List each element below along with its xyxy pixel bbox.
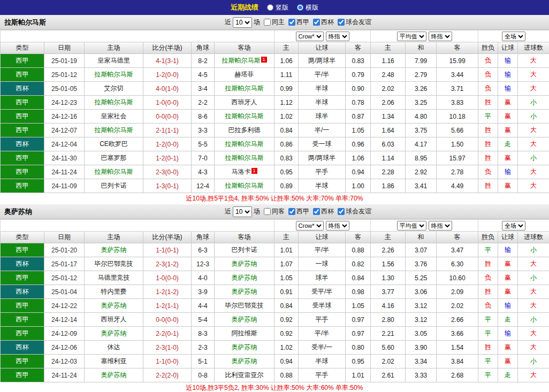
filter-checkbox-西杯[interactable]: 西杯 bbox=[311, 18, 334, 27]
ah-line: 受一球 bbox=[299, 137, 346, 151]
home-team[interactable]: 皇家社会 bbox=[85, 110, 143, 124]
away-team[interactable]: 拉斯帕尔马斯 bbox=[215, 137, 274, 151]
match-row: 西甲24-12-16皇家社会0-0(0-0)8-6拉斯帕尔马斯1.02球半0.8… bbox=[1, 110, 549, 124]
league-badge: 西甲 bbox=[1, 124, 44, 137]
vertical-radio[interactable] bbox=[267, 4, 273, 11]
column-header: 让球 bbox=[498, 42, 518, 54]
league-badge: 西杯 bbox=[1, 257, 44, 271]
away-team[interactable]: 阿拉维斯 bbox=[215, 327, 274, 341]
home-team[interactable]: 休达 bbox=[85, 341, 143, 355]
match-date: 24-12-22 bbox=[44, 299, 85, 313]
away-team[interactable]: 巴列卡诺 bbox=[215, 243, 274, 257]
home-team[interactable]: CE欧罗巴 bbox=[85, 137, 143, 151]
match-count-select[interactable]: 10 bbox=[233, 17, 252, 28]
away-team[interactable]: 奥萨苏纳 bbox=[215, 355, 274, 368]
handicap-time-select[interactable]: 终指 bbox=[326, 32, 349, 41]
away-team[interactable]: 马洛卡1 bbox=[215, 165, 274, 179]
result-wdl: 胜 bbox=[478, 341, 498, 355]
eu-draw-odds: 3.26 bbox=[406, 82, 437, 96]
filter-checkbox-同客[interactable]: 同客 bbox=[262, 207, 285, 216]
handicap-time-select[interactable]: 终指 bbox=[326, 221, 349, 230]
away-team[interactable]: 比利亚雷亚尔 bbox=[215, 368, 274, 382]
home-team[interactable]: 特内里费 bbox=[85, 285, 143, 299]
column-header: 和 bbox=[406, 42, 437, 54]
home-team[interactable]: 艾尔切 bbox=[85, 82, 143, 96]
league-badge: 西杯 bbox=[1, 285, 44, 299]
match-count-select[interactable]: 10 bbox=[233, 206, 252, 217]
home-team[interactable]: 马德里竞技 bbox=[85, 271, 143, 285]
league-badge: 西甲 bbox=[1, 299, 44, 313]
company-select[interactable]: Crow* bbox=[296, 32, 324, 41]
ah-line: 平/半 bbox=[299, 327, 346, 341]
europe-time-select[interactable]: 终指 bbox=[429, 32, 452, 41]
column-header: 比分(半场) bbox=[143, 232, 192, 243]
scope-select[interactable]: 全场 bbox=[502, 32, 525, 41]
checkbox[interactable] bbox=[264, 19, 271, 26]
home-team[interactable]: 拉斯帕尔马斯 bbox=[85, 68, 143, 82]
column-header: 进球数 bbox=[518, 42, 549, 54]
away-team[interactable]: 奥萨苏纳 bbox=[215, 285, 274, 299]
home-team[interactable]: 巴列卡诺 bbox=[85, 179, 143, 193]
match-date: 25-01-20 bbox=[44, 243, 85, 257]
home-team[interactable]: 拉斯帕尔马斯 bbox=[85, 165, 143, 179]
away-team[interactable]: 拉斯帕尔马斯 bbox=[215, 82, 274, 96]
home-team[interactable]: 西班牙人 bbox=[85, 313, 143, 327]
away-team[interactable]: 奥萨苏纳 bbox=[215, 341, 274, 355]
europe-time-select[interactable]: 终指 bbox=[429, 221, 452, 230]
ah-line: 两/两球半 bbox=[299, 151, 346, 165]
filter-checkbox-西杯[interactable]: 西杯 bbox=[311, 207, 334, 216]
layout-option-horizontal[interactable]: 横版 bbox=[297, 3, 318, 12]
filter-checkbox-西甲[interactable]: 西甲 bbox=[286, 18, 309, 27]
games-label: 场 bbox=[254, 207, 260, 216]
away-team[interactable]: 拉斯帕尔马斯 bbox=[215, 110, 274, 124]
away-team[interactable]: 奥萨苏纳 bbox=[215, 257, 274, 271]
filter-checkbox-同主[interactable]: 同主 bbox=[262, 18, 285, 27]
away-team[interactable]: 拉斯帕尔马斯 bbox=[215, 179, 274, 193]
home-team[interactable]: 拉斯帕尔马斯 bbox=[85, 124, 143, 137]
company-select[interactable]: Crow* bbox=[296, 221, 324, 230]
checkbox[interactable] bbox=[338, 19, 345, 26]
checkbox[interactable] bbox=[264, 208, 271, 215]
away-team[interactable]: 毕尔巴鄂竞技 bbox=[215, 299, 274, 313]
checkbox[interactable] bbox=[288, 19, 295, 26]
eu-home-odds: 2.28 bbox=[371, 165, 406, 179]
column-header: 角球 bbox=[192, 232, 215, 243]
home-team[interactable]: 奥萨苏纳 bbox=[85, 368, 143, 382]
home-team[interactable]: 奥萨苏纳 bbox=[85, 327, 143, 341]
home-team[interactable]: 奥萨苏纳 bbox=[85, 299, 143, 313]
home-team[interactable]: 塞维利亚 bbox=[85, 355, 143, 368]
home-team[interactable]: 拉斯帕尔马斯 bbox=[85, 96, 143, 110]
ah-home-odds: 1.06 bbox=[274, 54, 299, 68]
filter-checkbox-球会友谊[interactable]: 球会友谊 bbox=[336, 207, 371, 216]
column-header: 主 bbox=[371, 42, 406, 54]
horizontal-radio[interactable] bbox=[297, 4, 303, 11]
europe-avg-select[interactable]: 平均值 bbox=[397, 221, 426, 230]
away-team[interactable]: 奥萨苏纳 bbox=[215, 313, 274, 327]
away-team[interactable]: 拉斯帕尔马斯 bbox=[215, 151, 274, 165]
filter-checkbox-西甲[interactable]: 西甲 bbox=[286, 207, 309, 216]
europe-avg-select[interactable]: 平均值 bbox=[397, 32, 426, 41]
eu-draw-odds: 3.12 bbox=[406, 299, 437, 313]
away-team[interactable]: 西班牙人 bbox=[215, 96, 274, 110]
layout-option-vertical[interactable]: 竖版 bbox=[267, 3, 288, 12]
away-team[interactable]: 巴拉多利德 bbox=[215, 124, 274, 137]
checkbox[interactable] bbox=[313, 208, 320, 215]
corners: 3-9 bbox=[192, 285, 215, 299]
result-goals: 大 bbox=[518, 368, 549, 382]
checkbox[interactable] bbox=[338, 208, 345, 215]
away-team[interactable]: 奥萨苏纳 bbox=[215, 271, 274, 285]
ah-away-odds: 0.96 bbox=[346, 137, 371, 151]
away-team[interactable]: 拉斯帕尔马斯1 bbox=[215, 54, 274, 68]
result-handicap: 输 bbox=[498, 327, 518, 341]
checkbox[interactable] bbox=[288, 208, 295, 215]
checkbox[interactable] bbox=[313, 19, 320, 26]
home-team[interactable]: 奥萨苏纳 bbox=[85, 243, 143, 257]
match-row: 西甲24-12-07拉斯帕尔马斯2-1(1-1)3-3巴拉多利德0.84半/一1… bbox=[1, 124, 549, 137]
scope-select[interactable]: 全场 bbox=[502, 221, 525, 230]
home-team[interactable]: 皇家马德里 bbox=[85, 54, 143, 68]
away-team[interactable]: 赫塔菲 bbox=[215, 68, 274, 82]
checkbox-label: 西杯 bbox=[321, 18, 334, 27]
home-team[interactable]: 巴塞罗那 bbox=[85, 151, 143, 165]
home-team[interactable]: 毕尔巴鄂竞技 bbox=[85, 257, 143, 271]
filter-checkbox-球会友谊[interactable]: 球会友谊 bbox=[336, 18, 371, 27]
